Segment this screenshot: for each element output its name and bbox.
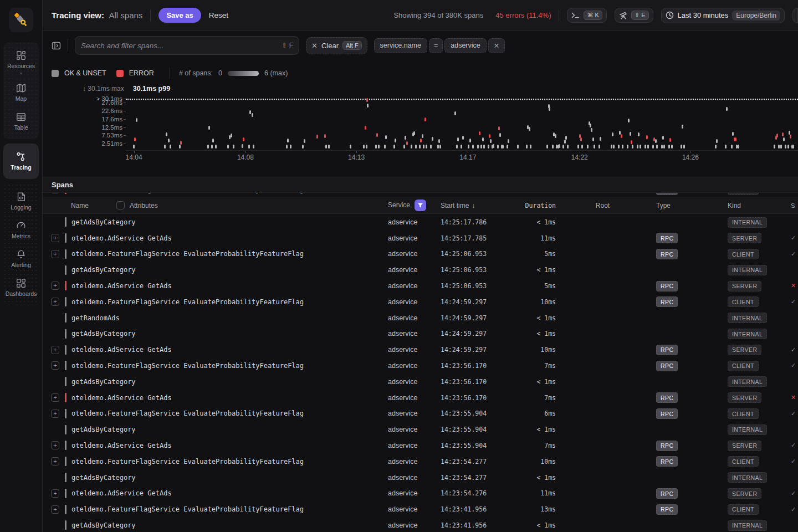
table-row[interactable]: + oteldemo.FeatureFlagService EvaluatePr… bbox=[43, 406, 798, 422]
ok-span-point[interactable] bbox=[627, 145, 628, 149]
ok-span-point[interactable] bbox=[170, 145, 171, 149]
ok-span-point[interactable] bbox=[622, 145, 623, 149]
ok-span-point[interactable] bbox=[638, 132, 640, 136]
error-span-point[interactable] bbox=[316, 135, 318, 139]
ok-span-point[interactable] bbox=[378, 145, 380, 149]
command-palette-button[interactable]: ⌘ K bbox=[567, 8, 606, 23]
ok-span-point[interactable] bbox=[166, 132, 167, 136]
span-name[interactable]: getAdsByCategory bbox=[71, 426, 136, 433]
ok-span-point[interactable] bbox=[168, 139, 170, 142]
ok-span-point[interactable] bbox=[393, 145, 395, 149]
ok-span-point[interactable] bbox=[663, 145, 665, 149]
ok-span-point[interactable] bbox=[468, 145, 469, 149]
sidebar-item-alerting[interactable]: Alerting bbox=[3, 244, 39, 273]
table-row[interactable]: + getAdsByCategory adservice 14:24:59.29… bbox=[43, 326, 798, 342]
ok-span-point[interactable] bbox=[457, 137, 459, 141]
ok-span-point[interactable] bbox=[415, 145, 417, 149]
ok-span-point[interactable] bbox=[655, 139, 657, 143]
ok-span-point[interactable] bbox=[477, 145, 479, 149]
span-name[interactable]: getAdsByCategory bbox=[71, 474, 136, 482]
ok-span-point[interactable] bbox=[215, 145, 217, 149]
ok-span-point[interactable] bbox=[211, 145, 213, 149]
span-name[interactable]: oteldemo.AdService GetAds bbox=[71, 394, 172, 402]
span-name[interactable]: getAdsByCategory bbox=[71, 330, 136, 337]
ok-span-point[interactable] bbox=[248, 145, 250, 149]
clipped-control-fragment[interactable] bbox=[792, 8, 798, 23]
ok-span-point[interactable] bbox=[304, 139, 305, 143]
ok-span-point[interactable] bbox=[577, 145, 579, 149]
sort-desc-icon[interactable]: ↓ bbox=[472, 202, 475, 209]
table-row[interactable]: + oteldemo.AdService GetAds adservice 14… bbox=[43, 390, 798, 406]
ok-span-point[interactable] bbox=[647, 145, 649, 149]
span-name[interactable]: oteldemo.AdService GetAds bbox=[71, 442, 172, 449]
error-span-point[interactable] bbox=[365, 126, 366, 130]
ok-span-point[interactable] bbox=[591, 128, 592, 132]
table-row[interactable]: + getAdsByCategory adservice 14:23:55.90… bbox=[43, 422, 798, 438]
col-attributes[interactable]: Attributes bbox=[130, 202, 158, 209]
table-row[interactable]: + oteldemo.AdService GetAds adservice 14… bbox=[43, 342, 798, 358]
table-row[interactable]: + oteldemo.AdService GetAds adservice 14… bbox=[43, 278, 798, 294]
ok-span-point[interactable] bbox=[212, 139, 214, 142]
ok-span-point[interactable] bbox=[549, 107, 550, 111]
ok-span-point[interactable] bbox=[565, 136, 567, 140]
table-row[interactable]: + oteldemo.FeatureFlagService EvaluatePr… bbox=[43, 294, 798, 310]
span-name[interactable]: oteldemo.FeatureFlagService EvaluateProb… bbox=[71, 250, 304, 258]
ok-span-point[interactable] bbox=[164, 145, 166, 149]
span-name[interactable]: getAdsByCategory bbox=[71, 378, 136, 386]
ok-span-point[interactable] bbox=[461, 145, 462, 149]
error-span-point[interactable] bbox=[735, 137, 736, 141]
error-span-point[interactable] bbox=[498, 126, 500, 130]
ok-span-point[interactable] bbox=[780, 145, 782, 149]
ok-span-point[interactable] bbox=[562, 145, 564, 149]
sidebar-item-tracing[interactable]: Tracing bbox=[3, 147, 39, 176]
ok-span-point[interactable] bbox=[732, 132, 734, 136]
ok-span-point[interactable] bbox=[592, 137, 594, 141]
table-row[interactable]: + getAdsByCategory adservice 14:25:06.95… bbox=[43, 262, 798, 278]
expand-row-button[interactable]: + bbox=[51, 250, 59, 258]
span-name[interactable]: oteldemo.AdService GetAds bbox=[71, 282, 172, 290]
service-filter-icon[interactable] bbox=[415, 200, 426, 211]
ok-span-point[interactable] bbox=[462, 136, 464, 140]
ok-span-point[interactable] bbox=[552, 145, 554, 149]
filter-operator[interactable]: = bbox=[429, 38, 443, 53]
error-span-point[interactable] bbox=[406, 141, 408, 145]
error-span-point[interactable] bbox=[479, 131, 480, 135]
ok-span-point[interactable] bbox=[136, 118, 137, 122]
table-row[interactable]: + oteldemo.AdService GetAds adservice 14… bbox=[43, 438, 798, 454]
span-name[interactable]: oteldemo.AdService GetAds bbox=[71, 234, 172, 242]
ok-span-point[interactable] bbox=[587, 145, 589, 149]
table-row[interactable]: + getAdsByCategory adservice 14:23:54.27… bbox=[43, 469, 798, 485]
ok-span-point[interactable] bbox=[208, 126, 210, 130]
ok-span-point[interactable] bbox=[726, 107, 728, 111]
ok-span-point[interactable] bbox=[454, 111, 456, 115]
expand-row-button[interactable]: + bbox=[51, 441, 59, 449]
ok-span-point[interactable] bbox=[422, 134, 423, 138]
sidebar-item-table[interactable]: Table bbox=[3, 107, 39, 136]
ok-span-point[interactable] bbox=[469, 139, 471, 142]
span-name[interactable]: oteldemo.FeatureFlagService EvaluateProb… bbox=[71, 458, 304, 466]
clear-filters-button[interactable]: ✕ Clear Alt F bbox=[306, 37, 367, 54]
ok-span-point[interactable] bbox=[286, 145, 288, 149]
error-span-point[interactable] bbox=[489, 134, 490, 138]
ok-span-point[interactable] bbox=[233, 145, 234, 149]
ok-span-point[interactable] bbox=[242, 144, 243, 148]
attributes-checkbox[interactable] bbox=[116, 201, 125, 209]
ok-span-point[interactable] bbox=[546, 145, 548, 149]
ok-span-point[interactable] bbox=[366, 145, 367, 149]
ok-span-point[interactable] bbox=[628, 119, 630, 122]
ok-span-point[interactable] bbox=[662, 136, 664, 140]
ok-span-point[interactable] bbox=[395, 139, 396, 142]
ok-span-point[interactable] bbox=[287, 139, 289, 142]
ok-span-point[interactable] bbox=[384, 145, 386, 149]
expand-row-button[interactable]: + bbox=[51, 505, 59, 514]
ok-span-point[interactable] bbox=[783, 137, 785, 141]
error-span-point[interactable] bbox=[376, 133, 378, 137]
ok-span-point[interactable] bbox=[432, 137, 433, 141]
ok-span-point[interactable] bbox=[249, 110, 251, 114]
ok-span-point[interactable] bbox=[490, 139, 492, 143]
ok-span-point[interactable] bbox=[437, 145, 439, 149]
ok-span-point[interactable] bbox=[637, 145, 638, 149]
ok-span-point[interactable] bbox=[502, 145, 504, 149]
ok-span-point[interactable] bbox=[598, 145, 600, 149]
ok-span-point[interactable] bbox=[530, 145, 531, 149]
